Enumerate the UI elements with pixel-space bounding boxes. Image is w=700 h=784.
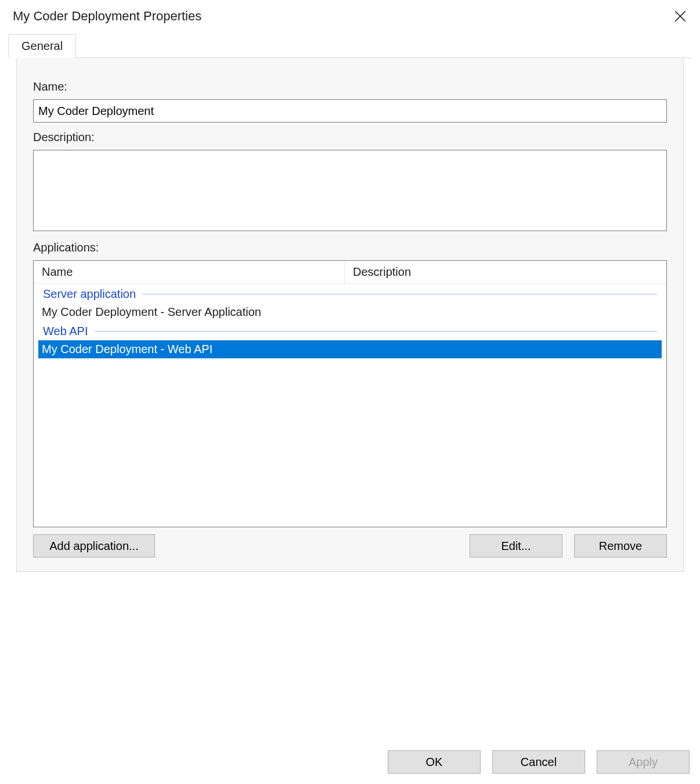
tab-strip: General Name: Description: Applications:… bbox=[0, 33, 700, 572]
window-title: My Coder Deployment Properties bbox=[13, 9, 201, 24]
list-item-name: My Coder Deployment - Server Application bbox=[42, 305, 529, 319]
group-title: Server application bbox=[43, 287, 136, 301]
description-input[interactable] bbox=[33, 150, 667, 231]
add-application-button[interactable]: Add application... bbox=[33, 534, 155, 558]
titlebar: My Coder Deployment Properties bbox=[0, 0, 700, 33]
description-label: Description: bbox=[33, 131, 667, 144]
tab-general[interactable]: General bbox=[8, 34, 76, 58]
close-icon bbox=[674, 10, 686, 22]
dialog-buttons: OK Cancel Apply bbox=[388, 750, 690, 774]
group-divider bbox=[95, 331, 657, 332]
name-label: Name: bbox=[33, 80, 667, 93]
properties-dialog: My Coder Deployment Properties General N… bbox=[0, 0, 700, 784]
panel-general: Name: Description: Applications: Name De… bbox=[16, 58, 684, 572]
applications-columns-header: Name Description bbox=[34, 261, 666, 284]
apply-button[interactable]: Apply bbox=[597, 750, 690, 774]
group-title: Web API bbox=[43, 325, 88, 338]
column-header-description[interactable]: Description bbox=[345, 261, 666, 283]
list-item[interactable]: My Coder Deployment - Web API bbox=[38, 340, 662, 358]
group-header-web-api: Web API bbox=[43, 325, 657, 338]
ok-button[interactable]: OK bbox=[388, 750, 481, 774]
applications-body: Server application My Coder Deployment -… bbox=[34, 287, 666, 358]
applications-list[interactable]: Name Description Server application My C… bbox=[33, 260, 667, 527]
remove-button[interactable]: Remove bbox=[574, 534, 667, 558]
list-item-name: My Coder Deployment - Web API bbox=[42, 343, 529, 356]
applications-buttons: Add application... Edit... Remove bbox=[33, 534, 667, 558]
group-divider bbox=[143, 294, 657, 294]
column-header-name[interactable]: Name bbox=[34, 261, 345, 283]
list-item[interactable]: My Coder Deployment - Server Application bbox=[38, 303, 662, 321]
applications-label: Applications: bbox=[33, 241, 667, 254]
close-button[interactable] bbox=[666, 6, 694, 27]
edit-button[interactable]: Edit... bbox=[470, 534, 562, 558]
cancel-button[interactable]: Cancel bbox=[492, 750, 585, 774]
group-header-server-application: Server application bbox=[43, 287, 657, 301]
name-input[interactable] bbox=[33, 99, 667, 123]
